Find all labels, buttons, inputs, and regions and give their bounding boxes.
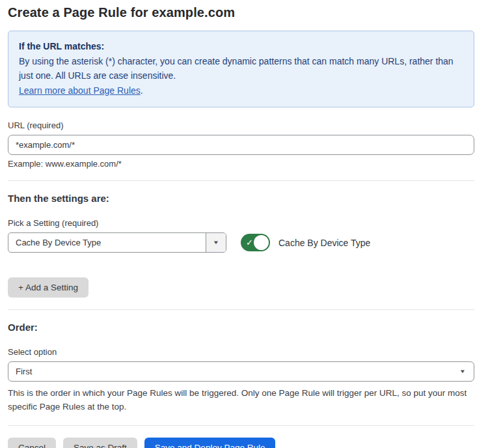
- info-box-heading: If the URL matches:: [19, 39, 463, 54]
- add-setting-button[interactable]: + Add a Setting: [8, 277, 88, 298]
- setting-select[interactable]: Cache By Device Type ▼: [8, 232, 226, 253]
- toggle-knob: [254, 235, 269, 250]
- create-page-rule-form: Create a Page Rule for example.com If th…: [0, 0, 488, 448]
- save-draft-button[interactable]: Save as Draft: [63, 438, 137, 448]
- check-icon: ✓: [246, 238, 253, 247]
- divider-order: [8, 309, 474, 310]
- divider-settings: [8, 180, 474, 181]
- order-select-arrow: ▼: [460, 362, 474, 381]
- order-description: This is the order in which your Page Rul…: [8, 386, 474, 413]
- order-select-label: Select option: [8, 347, 474, 357]
- url-field-label: URL (required): [8, 120, 474, 130]
- order-select-value: First: [8, 362, 460, 381]
- toggle-label: Cache By Device Type: [278, 238, 370, 248]
- url-field-hint: Example: www.example.com/*: [8, 159, 474, 169]
- page-title: Create a Page Rule for example.com: [8, 5, 474, 20]
- setting-select-arrow-segment[interactable]: ▼: [206, 233, 226, 252]
- settings-heading: Then the settings are:: [8, 193, 474, 204]
- link-period: .: [141, 85, 143, 96]
- order-select[interactable]: First ▼: [8, 361, 474, 382]
- setting-select-value: Cache By Device Type: [8, 233, 206, 252]
- cancel-button[interactable]: Cancel: [8, 438, 56, 448]
- footer-actions: Cancel Save as Draft Save and Deploy Pag…: [8, 438, 474, 448]
- chevron-down-icon: ▼: [213, 240, 219, 245]
- chevron-down-icon: ▼: [459, 369, 466, 374]
- setting-row: Cache By Device Type ▼ ✓ Cache By Device…: [8, 232, 474, 253]
- info-box-link-line: Learn more about Page Rules.: [19, 83, 463, 98]
- url-input[interactable]: [8, 135, 474, 155]
- save-deploy-button[interactable]: Save and Deploy Page Rule: [144, 438, 276, 448]
- url-match-info-box: If the URL matches: By using the asteris…: [8, 31, 474, 107]
- pick-setting-label: Pick a Setting (required): [8, 218, 474, 228]
- cache-by-device-toggle[interactable]: ✓: [241, 234, 270, 251]
- info-box-body: By using the asterisk (*) character, you…: [19, 54, 463, 83]
- learn-more-link[interactable]: Learn more about Page Rules: [19, 85, 141, 96]
- order-heading: Order:: [8, 322, 474, 333]
- divider-footer: [8, 425, 474, 426]
